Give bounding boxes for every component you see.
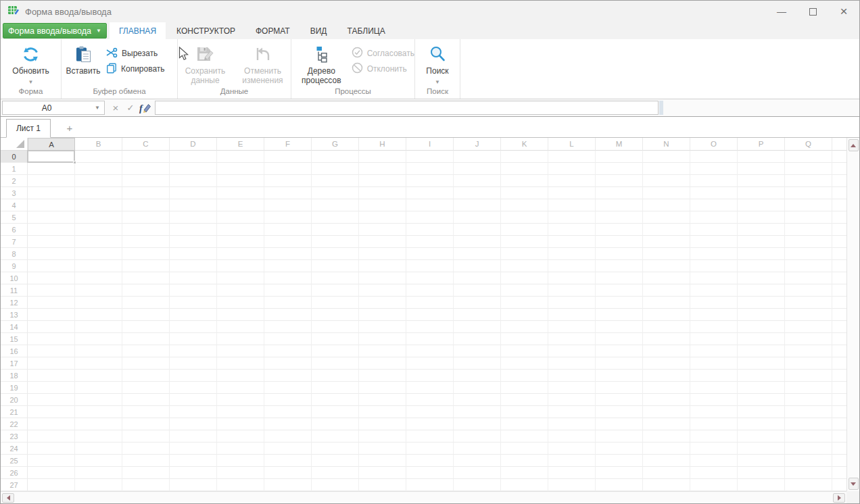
cell-N12[interactable] <box>643 297 690 309</box>
column-header-I[interactable]: I <box>406 138 454 151</box>
cell-D25[interactable] <box>170 455 217 467</box>
cell-L22[interactable] <box>548 418 596 430</box>
cell-P15[interactable] <box>738 333 785 345</box>
cell-P12[interactable] <box>738 297 785 309</box>
cell-F10[interactable] <box>264 272 312 284</box>
cell-F27[interactable] <box>264 479 312 491</box>
cell-I17[interactable] <box>406 357 454 370</box>
cell-N2[interactable] <box>643 175 690 187</box>
row-header-12[interactable]: 12 <box>1 297 28 309</box>
cell-E14[interactable] <box>217 321 264 333</box>
close-button[interactable]: × <box>828 1 859 22</box>
column-header-K[interactable]: K <box>501 138 548 151</box>
cell-N26[interactable] <box>643 467 690 479</box>
cell-L25[interactable] <box>548 455 596 467</box>
cell-E27[interactable] <box>217 479 264 491</box>
scroll-up-button[interactable] <box>849 139 859 151</box>
cell-E21[interactable] <box>217 406 264 418</box>
cell-G2[interactable] <box>312 175 359 187</box>
cell-D4[interactable] <box>170 199 217 211</box>
cell-G19[interactable] <box>312 382 359 394</box>
row-header-6[interactable]: 6 <box>1 224 28 236</box>
cell-G13[interactable] <box>312 309 359 321</box>
cell-A4[interactable] <box>28 199 75 211</box>
row-header-25[interactable]: 25 <box>1 455 28 467</box>
cell-Q27[interactable] <box>785 479 832 491</box>
cell-I0[interactable] <box>406 151 454 163</box>
cell-C25[interactable] <box>122 455 170 467</box>
cell-N4[interactable] <box>643 199 690 211</box>
cell-L27[interactable] <box>548 479 596 491</box>
cell-A15[interactable] <box>28 333 75 345</box>
cell-C14[interactable] <box>122 321 170 333</box>
cell-G15[interactable] <box>312 333 359 345</box>
cell-I20[interactable] <box>406 394 454 406</box>
cell-H21[interactable] <box>359 406 406 418</box>
cell-J15[interactable] <box>454 333 501 345</box>
cell-C26[interactable] <box>122 467 170 479</box>
cell-O18[interactable] <box>690 370 738 382</box>
cell-O11[interactable] <box>690 284 738 297</box>
cell-P20[interactable] <box>738 394 785 406</box>
cell-E25[interactable] <box>217 455 264 467</box>
cell-J18[interactable] <box>454 370 501 382</box>
cell-J4[interactable] <box>454 199 501 211</box>
row-header-0[interactable]: 0 <box>1 151 28 163</box>
cell-Q6[interactable] <box>785 224 832 236</box>
cell-F0[interactable] <box>264 151 312 163</box>
cell-P17[interactable] <box>738 357 785 370</box>
cell-L5[interactable] <box>548 211 596 224</box>
cancel-entry-button[interactable]: × <box>108 101 123 115</box>
cell-E0[interactable] <box>217 151 264 163</box>
cell-name-box[interactable]: A0 ▼ <box>2 101 105 115</box>
cell-E13[interactable] <box>217 309 264 321</box>
cell-P6[interactable] <box>738 224 785 236</box>
cell-E20[interactable] <box>217 394 264 406</box>
cell-N23[interactable] <box>643 430 690 443</box>
cell-G5[interactable] <box>312 211 359 224</box>
cell-K16[interactable] <box>501 345 548 357</box>
cell-N8[interactable] <box>643 248 690 260</box>
cell-K9[interactable] <box>501 260 548 272</box>
cell-E19[interactable] <box>217 382 264 394</box>
tab-tablitsa[interactable]: ТАБЛИЦА <box>337 22 394 39</box>
cell-K6[interactable] <box>501 224 548 236</box>
cell-B5[interactable] <box>75 211 122 224</box>
cell-M24[interactable] <box>596 443 643 455</box>
cell-J2[interactable] <box>454 175 501 187</box>
cell-H10[interactable] <box>359 272 406 284</box>
cell-J26[interactable] <box>454 467 501 479</box>
cell-I24[interactable] <box>406 443 454 455</box>
cell-K8[interactable] <box>501 248 548 260</box>
cell-B13[interactable] <box>75 309 122 321</box>
column-header-O[interactable]: O <box>690 138 738 151</box>
cell-M15[interactable] <box>596 333 643 345</box>
cell-L6[interactable] <box>548 224 596 236</box>
cell-D21[interactable] <box>170 406 217 418</box>
cell-C5[interactable] <box>122 211 170 224</box>
cell-B14[interactable] <box>75 321 122 333</box>
row-header-7[interactable]: 7 <box>1 236 28 248</box>
cell-H0[interactable] <box>359 151 406 163</box>
cell-F24[interactable] <box>264 443 312 455</box>
cell-F11[interactable] <box>264 284 312 297</box>
cell-P11[interactable] <box>738 284 785 297</box>
cell-F16[interactable] <box>264 345 312 357</box>
cell-H25[interactable] <box>359 455 406 467</box>
cell-G0[interactable] <box>312 151 359 163</box>
cell-C7[interactable] <box>122 236 170 248</box>
cell-L9[interactable] <box>548 260 596 272</box>
cell-Q5[interactable] <box>785 211 832 224</box>
cell-I3[interactable] <box>406 187 454 199</box>
cell-K20[interactable] <box>501 394 548 406</box>
cell-N6[interactable] <box>643 224 690 236</box>
cell-F26[interactable] <box>264 467 312 479</box>
cell-P4[interactable] <box>738 199 785 211</box>
cell-B22[interactable] <box>75 418 122 430</box>
cell-Q20[interactable] <box>785 394 832 406</box>
cell-J17[interactable] <box>454 357 501 370</box>
cell-B21[interactable] <box>75 406 122 418</box>
cell-D7[interactable] <box>170 236 217 248</box>
row-header-14[interactable]: 14 <box>1 321 28 333</box>
cell-N1[interactable] <box>643 163 690 175</box>
